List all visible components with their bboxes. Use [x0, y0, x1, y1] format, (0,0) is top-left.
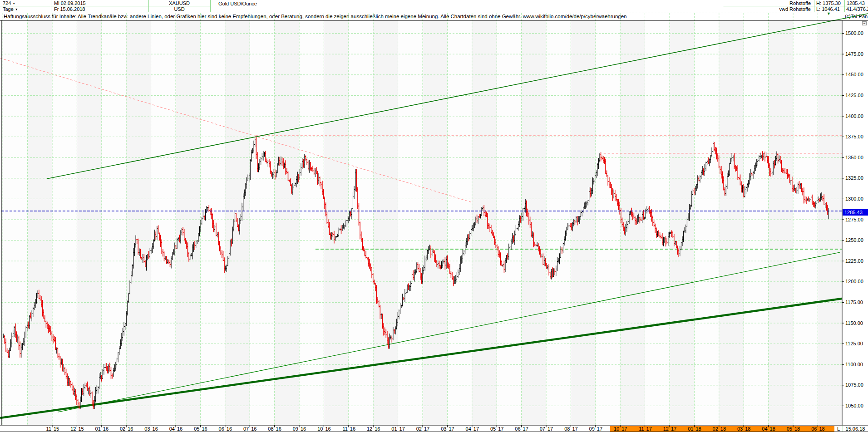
price-tick-label: 1225.00: [845, 258, 868, 264]
month-label: 08: [559, 426, 570, 432]
month-label: 10: [608, 426, 619, 432]
month-label: 02: [707, 426, 718, 432]
month-label: 03: [435, 426, 446, 432]
month-label: 07: [238, 426, 249, 432]
price-tick-label: 1075.00: [845, 382, 868, 388]
year-label: 18: [794, 426, 800, 432]
price-tick-label: 1050.00: [845, 403, 868, 409]
month-label: 01: [386, 426, 397, 432]
month-label: 10: [312, 426, 323, 432]
month-label: 09: [584, 426, 595, 432]
year-label: 16: [153, 426, 158, 432]
period-unit-value: Tage: [3, 6, 14, 12]
period-unit-dropdown[interactable]: Tage▼: [3, 6, 48, 12]
month-label: 11: [337, 426, 348, 432]
month-label: 08: [263, 426, 274, 432]
year-label: 16: [375, 426, 380, 432]
month-label: 12: [658, 426, 669, 432]
year-label: 16: [202, 426, 207, 432]
year-label: 16: [103, 426, 108, 432]
price-tick-label: 1150.00: [845, 320, 868, 326]
price-tick-label: 1400.00: [845, 113, 868, 119]
year-label: 17: [572, 426, 577, 432]
month-label: 06: [510, 426, 521, 432]
year-label: 18: [770, 426, 775, 432]
month-label: 06: [806, 426, 817, 432]
currency-label: USD: [148, 6, 210, 12]
year-label: 16: [227, 426, 232, 432]
year-label: 18: [720, 426, 726, 432]
year-label: 16: [301, 426, 306, 432]
month-label: 04: [164, 426, 175, 432]
year-label: 15: [54, 426, 59, 432]
month-label: 05: [485, 426, 496, 432]
price-tick-label: 1325.00: [845, 175, 868, 181]
year-label: 18: [819, 426, 824, 432]
disclaimer-text: Haftungsausschluss für Inhalte: Alle Tre…: [4, 14, 627, 19]
month-label: 05: [781, 426, 792, 432]
year-label: 17: [597, 426, 602, 432]
period-count-value: 724: [3, 0, 11, 6]
month-label: 07: [534, 426, 545, 432]
month-label: 06: [213, 426, 224, 432]
year-label: 16: [251, 426, 256, 432]
collapse-scale-button[interactable]: −: [862, 21, 867, 25]
header-separator: [210, 0, 211, 12]
month-label: 03: [732, 426, 743, 432]
instrument-name: Gold USD/Ounce: [218, 1, 355, 7]
price-tick-label: 1125.00: [845, 341, 868, 347]
price-tick-label: 1200.00: [845, 279, 868, 285]
year-label: 16: [128, 426, 133, 432]
month-label: 12: [65, 426, 76, 432]
price-tick-label: 1450.00: [845, 72, 868, 78]
data-feed-label: vwd Rohstoffe: [723, 6, 811, 12]
price-tick-label: 1175.00: [845, 299, 868, 305]
current-price-badge: 1285.43: [843, 209, 868, 216]
price-tick-label: 1375.00: [845, 134, 868, 140]
month-label: 01: [90, 426, 101, 432]
chevron-down-icon: ▼: [12, 2, 15, 5]
year-label: 17: [621, 426, 627, 432]
price-tick-label: 1500.00: [845, 30, 868, 36]
axis-end-marker: L: [835, 426, 842, 432]
year-label: 16: [177, 426, 182, 432]
year-label: 17: [671, 426, 676, 432]
month-label: 11: [633, 426, 644, 432]
header-row-divider: [723, 6, 868, 6]
price-tick-label: 1350.00: [845, 155, 868, 161]
year-label: 16: [276, 426, 281, 432]
chart-canvas[interactable]: [1, 20, 842, 425]
price-tick-label: 1475.00: [845, 51, 868, 57]
price-tick-label: 1275.00: [845, 217, 868, 223]
price-tick-label: 1425.00: [845, 93, 868, 98]
year-label: 17: [424, 426, 429, 432]
header-row-divider: [0, 6, 210, 6]
year-label: 18: [695, 426, 701, 432]
price-tick-label: 1100.00: [845, 362, 868, 368]
year-label: 17: [473, 426, 479, 432]
year-label: 16: [325, 426, 330, 432]
month-label: 04: [757, 426, 768, 432]
month-label: 02: [114, 426, 125, 432]
month-label: 09: [287, 426, 298, 432]
year-label: 17: [547, 426, 553, 432]
month-label: 11: [40, 426, 51, 432]
year-label: 18: [745, 426, 750, 432]
year-label: 17: [399, 426, 405, 432]
month-label: 12: [361, 426, 372, 432]
end-date-field[interactable]: Fr 15.06.2018: [54, 6, 145, 12]
month-label: 05: [188, 426, 199, 432]
change-info-label: 41.4/376.2: [846, 6, 868, 12]
month-label: 04: [460, 426, 471, 432]
month-label: 02: [411, 426, 422, 432]
year-label: 17: [449, 426, 454, 432]
year-label: 16: [350, 426, 355, 432]
price-tick-label: 1300.00: [845, 196, 868, 202]
year-label: 17: [646, 426, 652, 432]
price-tick-label: 1250.00: [845, 237, 868, 243]
month-label: 01: [682, 426, 693, 432]
scroll-marker-icon: ▼: [827, 12, 831, 16]
taipan-chart-window: 724▼ Mi 02.09.2015 XAUUSD Gold USD/Ounce…: [0, 0, 868, 432]
year-label: 17: [523, 426, 528, 432]
year-label: 17: [498, 426, 503, 432]
